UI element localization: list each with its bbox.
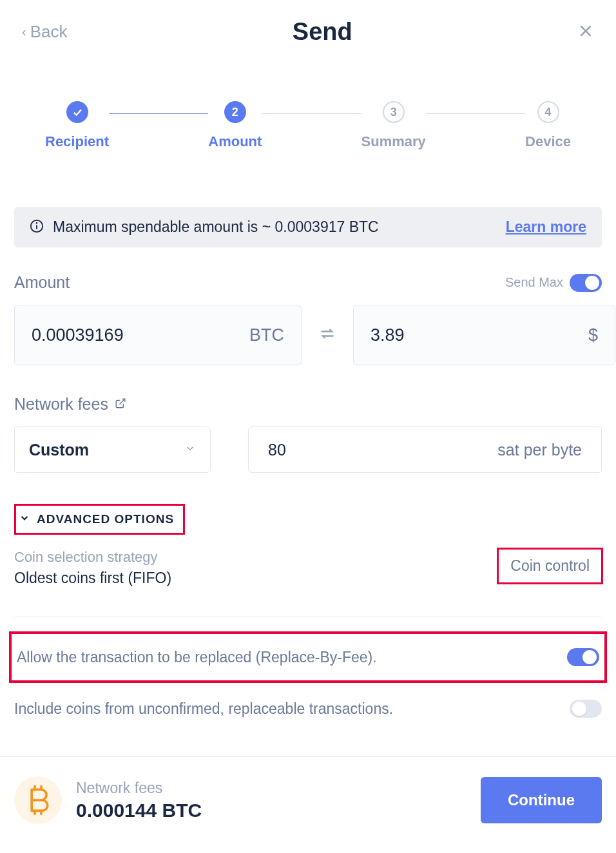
- continue-button[interactable]: Continue: [481, 777, 602, 823]
- step-number: 4: [537, 101, 559, 123]
- coin-control-button[interactable]: Coin control: [498, 549, 602, 583]
- rbf-highlight: Allow the transaction to be replaced (Re…: [9, 631, 607, 683]
- step-line: [262, 113, 361, 114]
- fee-rate-unit: sat per byte: [497, 441, 582, 459]
- close-icon: [577, 23, 594, 39]
- unconfirmed-label: Include coins from unconfirmed, replacea…: [14, 700, 393, 718]
- step-number: 3: [383, 101, 405, 123]
- rbf-toggle[interactable]: [567, 648, 599, 666]
- step-number: 2: [224, 101, 246, 123]
- svg-point-4: [37, 222, 37, 223]
- fiat-amount-input[interactable]: [371, 325, 588, 345]
- fee-rate-input[interactable]: [268, 441, 497, 459]
- fee-preset-value: Custom: [29, 441, 184, 459]
- amount-label: Amount: [14, 273, 70, 292]
- chevron-down-icon: [19, 512, 30, 526]
- chevron-left-icon: ‹: [22, 24, 26, 39]
- close-button[interactable]: [577, 23, 594, 42]
- step-line: [426, 113, 525, 114]
- external-link-icon[interactable]: [115, 398, 126, 412]
- strategy-label: Coin selection strategy: [14, 549, 171, 566]
- unconfirmed-toggle[interactable]: [570, 700, 602, 718]
- fee-rate-field[interactable]: sat per byte: [248, 426, 602, 473]
- send-max-label: Send Max: [505, 275, 563, 290]
- step-line: [109, 113, 208, 114]
- step-recipient[interactable]: Recipient: [45, 101, 109, 150]
- step-amount[interactable]: 2 Amount: [208, 101, 262, 150]
- back-label: Back: [30, 22, 68, 42]
- advanced-options-toggle[interactable]: ADVANCED OPTIONS: [14, 504, 185, 535]
- step-label: Amount: [208, 133, 262, 150]
- rbf-label: Allow the transaction to be replaced (Re…: [17, 649, 377, 666]
- page-title: Send: [293, 18, 352, 46]
- send-max-toggle[interactable]: [570, 274, 602, 292]
- step-label: Device: [525, 133, 571, 150]
- step-label: Summary: [361, 133, 426, 150]
- chevron-down-icon: [184, 443, 196, 457]
- step-label: Recipient: [45, 133, 109, 150]
- learn-more-link[interactable]: Learn more: [506, 218, 586, 236]
- back-button[interactable]: ‹ Back: [22, 22, 67, 42]
- crypto-amount-field[interactable]: BTC: [14, 305, 302, 365]
- check-icon: [66, 101, 88, 123]
- crypto-unit: BTC: [249, 325, 284, 345]
- footer-fee-label: Network fees: [76, 780, 202, 797]
- divider: [14, 617, 602, 617]
- stepper: Recipient 2 Amount 3 Summary 4 Device: [0, 101, 616, 150]
- banner-text: Maximum spendable amount is ~ 0.0003917 …: [53, 218, 497, 236]
- fee-preset-select[interactable]: Custom: [14, 426, 211, 473]
- footer-fee-value: 0.000144 BTC: [76, 800, 202, 821]
- swap-icon[interactable]: [318, 325, 336, 345]
- step-device: 4 Device: [525, 101, 571, 150]
- fiat-amount-field[interactable]: $: [353, 305, 615, 365]
- info-icon: [30, 219, 44, 236]
- fiat-unit: $: [588, 325, 598, 345]
- step-summary: 3 Summary: [361, 101, 426, 150]
- network-fees-label: Network fees: [14, 395, 108, 414]
- bitcoin-icon: [14, 776, 62, 824]
- crypto-amount-input[interactable]: [32, 325, 249, 345]
- advanced-options-label: ADVANCED OPTIONS: [37, 512, 174, 526]
- strategy-value: Oldest coins first (FIFO): [14, 570, 171, 587]
- max-spendable-banner: Maximum spendable amount is ~ 0.0003917 …: [14, 207, 602, 247]
